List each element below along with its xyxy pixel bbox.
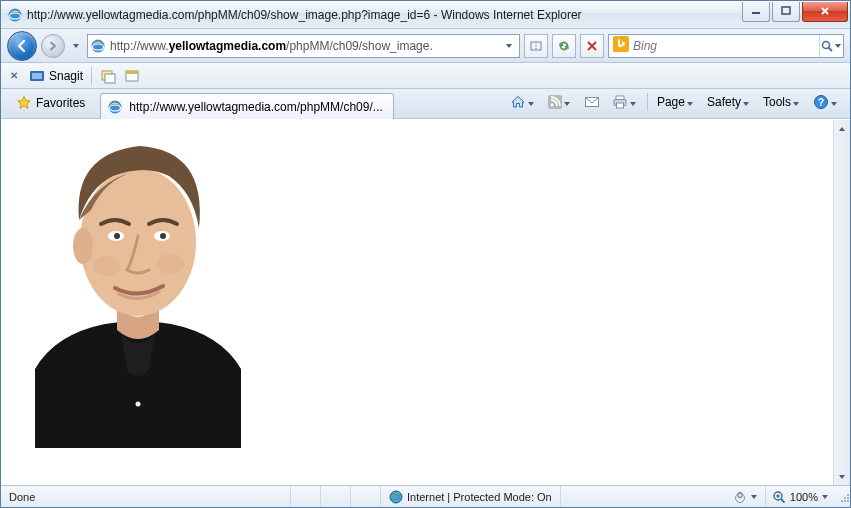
star-icon bbox=[16, 95, 32, 111]
svg-point-47 bbox=[847, 497, 849, 499]
status-empty-2 bbox=[321, 486, 351, 507]
ie-favicon bbox=[7, 7, 23, 23]
snagit-tool-1-icon[interactable] bbox=[100, 68, 116, 84]
help-button[interactable]: ? bbox=[808, 91, 844, 113]
svg-rect-2 bbox=[752, 12, 760, 14]
print-button[interactable] bbox=[607, 91, 643, 113]
status-empty-3 bbox=[351, 486, 381, 507]
refresh-button[interactable] bbox=[552, 34, 576, 58]
page-menu[interactable]: Page bbox=[652, 91, 700, 113]
svg-point-28 bbox=[136, 402, 141, 407]
svg-point-20 bbox=[550, 104, 553, 107]
mail-icon bbox=[584, 95, 600, 109]
svg-point-49 bbox=[847, 494, 849, 496]
address-dropdown[interactable] bbox=[501, 44, 517, 48]
snagit-button[interactable]: Snagit bbox=[29, 68, 83, 84]
svg-point-34 bbox=[160, 233, 166, 239]
rss-icon bbox=[548, 95, 562, 109]
separator bbox=[647, 93, 648, 111]
vertical-scrollbar[interactable] bbox=[833, 120, 850, 485]
svg-point-48 bbox=[844, 497, 846, 499]
safety-label: Safety bbox=[707, 95, 741, 109]
status-empty-1 bbox=[291, 486, 321, 507]
titlebar: http://www.yellowtagmedia.com/phpMM/ch09… bbox=[1, 1, 850, 29]
zoom-icon bbox=[772, 490, 786, 504]
svg-point-36 bbox=[157, 254, 185, 274]
home-button[interactable] bbox=[505, 91, 541, 113]
svg-rect-14 bbox=[105, 74, 115, 83]
zoom-control[interactable]: 100% bbox=[766, 486, 834, 507]
zoom-value: 100% bbox=[790, 491, 818, 503]
minimize-button[interactable] bbox=[742, 2, 770, 22]
back-button[interactable] bbox=[7, 31, 37, 61]
command-bar: Page Safety Tools ? bbox=[394, 89, 844, 118]
home-icon bbox=[510, 94, 526, 110]
svg-rect-8 bbox=[613, 36, 629, 52]
search-placeholder: Bing bbox=[633, 39, 815, 53]
content-wrapper bbox=[1, 119, 850, 485]
tools-menu[interactable]: Tools bbox=[758, 91, 806, 113]
svg-point-35 bbox=[93, 256, 121, 276]
separator bbox=[91, 67, 92, 85]
svg-point-46 bbox=[841, 500, 843, 502]
favorites-button[interactable]: Favorites bbox=[7, 91, 94, 115]
svg-line-10 bbox=[829, 47, 832, 50]
svg-point-45 bbox=[844, 500, 846, 502]
snagit-close-button[interactable]: ✕ bbox=[7, 69, 21, 83]
scroll-down-button[interactable] bbox=[834, 468, 850, 485]
svg-text:?: ? bbox=[818, 97, 824, 108]
navigation-bar: http://www.yellowtagmedia.com/phpMM/ch09… bbox=[1, 29, 850, 63]
active-tab[interactable]: http://www.yellowtagmedia.com/phpMM/ch09… bbox=[100, 93, 393, 119]
snagit-toolbar: ✕ Snagit bbox=[1, 63, 850, 89]
help-icon: ? bbox=[813, 94, 829, 110]
svg-point-32 bbox=[114, 233, 120, 239]
page-favicon bbox=[90, 38, 106, 54]
svg-line-41 bbox=[781, 499, 785, 503]
nav-history-dropdown[interactable] bbox=[69, 33, 83, 59]
window-title: http://www.yellowtagmedia.com/phpMM/ch09… bbox=[27, 8, 740, 22]
bing-icon bbox=[613, 36, 629, 55]
page-label: Page bbox=[657, 95, 685, 109]
status-bar: Done Internet | Protected Mode: On 100% bbox=[1, 485, 850, 507]
svg-point-30 bbox=[73, 228, 93, 264]
compat-view-button[interactable] bbox=[524, 34, 548, 58]
status-text: Done bbox=[1, 486, 291, 507]
url-domain: yellowtagmedia.com bbox=[169, 39, 286, 53]
browser-window: http://www.yellowtagmedia.com/phpMM/ch09… bbox=[0, 0, 851, 508]
window-controls bbox=[740, 2, 848, 22]
svg-point-37 bbox=[390, 491, 402, 503]
maximize-button[interactable] bbox=[772, 2, 800, 22]
snagit-label: Snagit bbox=[49, 69, 83, 83]
page-content bbox=[1, 120, 833, 485]
privacy-report-button[interactable] bbox=[725, 486, 766, 507]
address-text: http://www.yellowtagmedia.com/phpMM/ch09… bbox=[110, 39, 497, 53]
read-mail-button[interactable] bbox=[579, 91, 605, 113]
scroll-track[interactable] bbox=[834, 137, 850, 468]
svg-rect-16 bbox=[126, 71, 138, 74]
globe-icon bbox=[389, 490, 403, 504]
print-icon bbox=[612, 94, 628, 110]
svg-rect-12 bbox=[32, 73, 42, 79]
feeds-button[interactable] bbox=[543, 91, 577, 113]
security-zone[interactable]: Internet | Protected Mode: On bbox=[381, 486, 561, 507]
svg-point-9 bbox=[823, 41, 830, 48]
security-label: Internet | Protected Mode: On bbox=[407, 491, 552, 503]
tab-command-bar: Favorites http://www.yellowtagmedia.com/… bbox=[1, 89, 850, 119]
url-suffix: /phpMM/ch09/show_image. bbox=[286, 39, 433, 53]
safety-menu[interactable]: Safety bbox=[702, 91, 756, 113]
close-button[interactable] bbox=[802, 2, 848, 22]
displayed-image bbox=[35, 124, 241, 448]
resize-grip[interactable] bbox=[834, 491, 850, 503]
forward-button[interactable] bbox=[41, 34, 65, 58]
stop-button[interactable] bbox=[580, 34, 604, 58]
ie-favicon bbox=[107, 99, 123, 115]
address-bar[interactable]: http://www.yellowtagmedia.com/phpMM/ch09… bbox=[87, 34, 520, 58]
url-prefix: http://www. bbox=[110, 39, 169, 53]
privacy-icon bbox=[733, 490, 747, 504]
snagit-tool-2-icon[interactable] bbox=[124, 68, 140, 84]
scroll-up-button[interactable] bbox=[834, 120, 850, 137]
tab-title: http://www.yellowtagmedia.com/phpMM/ch09… bbox=[129, 100, 382, 114]
favorites-label: Favorites bbox=[36, 96, 85, 110]
search-box[interactable]: Bing bbox=[608, 34, 844, 58]
search-button[interactable] bbox=[819, 35, 841, 57]
